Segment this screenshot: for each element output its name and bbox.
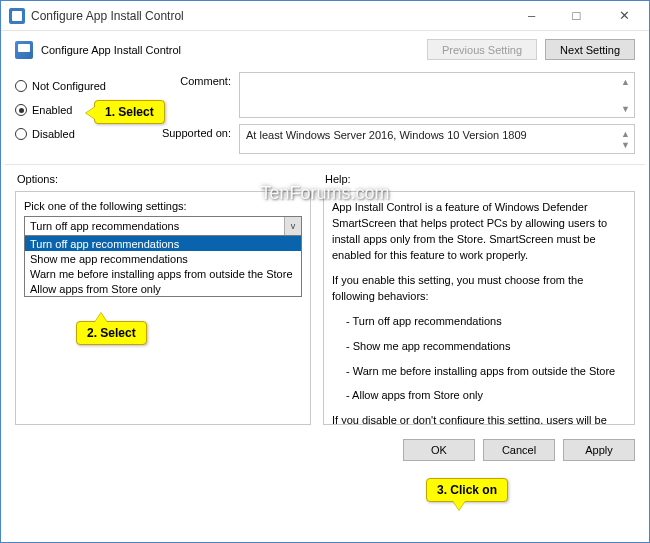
radio-icon: [15, 104, 27, 116]
options-label: Options:: [15, 173, 311, 185]
previous-setting-button: Previous Setting: [427, 39, 537, 60]
annotation-2: 2. Select: [76, 321, 147, 345]
scroll-up-icon[interactable]: ▲: [618, 74, 633, 89]
help-bullet: - Turn off app recommendations: [346, 314, 626, 330]
help-label: Help:: [323, 173, 635, 185]
options-panel: Pick one of the following settings: Turn…: [15, 191, 311, 425]
lower-section: Options: Pick one of the following setti…: [1, 165, 649, 431]
comment-label: Comment:: [149, 72, 239, 87]
help-bullet: - Allow apps from Store only: [346, 388, 626, 404]
annotation-3: 3. Click on: [426, 478, 508, 502]
options-dropdown-list: Turn off app recommendations Show me app…: [24, 236, 302, 297]
supported-on-text: At least Windows Server 2016, Windows 10…: [239, 124, 635, 154]
scroll-down-icon[interactable]: ▼: [618, 101, 633, 116]
radio-label: Not Configured: [32, 80, 106, 92]
options-prompt: Pick one of the following settings:: [24, 200, 302, 212]
titlebar-text: Configure App Install Control: [31, 9, 509, 23]
radio-icon: [15, 128, 27, 140]
dropdown-item[interactable]: Turn off app recommendations: [25, 236, 301, 251]
policy-icon: [15, 41, 33, 59]
help-bullet: - Warn me before installing apps from ou…: [346, 364, 626, 380]
options-combobox[interactable]: Turn off app recommendations v: [24, 216, 302, 236]
chevron-down-icon: v: [284, 217, 301, 235]
dropdown-item[interactable]: Warn me before installing apps from outs…: [25, 266, 301, 281]
radio-label: Disabled: [32, 128, 75, 140]
annotation-1: 1. Select: [94, 100, 165, 124]
minimize-button[interactable]: –: [509, 1, 554, 30]
policy-title: Configure App Install Control: [41, 44, 427, 56]
apply-button[interactable]: Apply: [563, 439, 635, 461]
radio-disabled[interactable]: Disabled: [15, 122, 133, 146]
help-paragraph: If you disable or don't configure this s…: [332, 413, 626, 425]
next-setting-button[interactable]: Next Setting: [545, 39, 635, 60]
help-panel: App Install Control is a feature of Wind…: [323, 191, 635, 425]
close-button[interactable]: ✕: [599, 1, 649, 30]
app-icon: [9, 8, 25, 24]
field-grid: Comment: ▲ ▼ Supported on: At least Wind…: [149, 72, 635, 154]
titlebar: Configure App Install Control – □ ✕: [1, 1, 649, 31]
ok-button[interactable]: OK: [403, 439, 475, 461]
cancel-button[interactable]: Cancel: [483, 439, 555, 461]
help-paragraph: App Install Control is a feature of Wind…: [332, 200, 626, 264]
comment-textarea[interactable]: ▲ ▼: [239, 72, 635, 118]
help-bullet: - Show me app recommendations: [346, 339, 626, 355]
header: Configure App Install Control Previous S…: [1, 31, 649, 66]
radio-icon: [15, 80, 27, 92]
radio-label: Enabled: [32, 104, 72, 116]
scroll-down-icon[interactable]: ▼: [618, 137, 633, 152]
dialog-buttons: OK Cancel Apply: [1, 431, 649, 471]
radio-not-configured[interactable]: Not Configured: [15, 74, 133, 98]
combobox-value: Turn off app recommendations: [30, 220, 179, 232]
dialog-window: Configure App Install Control – □ ✕ Conf…: [0, 0, 650, 543]
help-paragraph: If you enable this setting, you must cho…: [332, 273, 626, 305]
window-controls: – □ ✕: [509, 1, 649, 30]
dropdown-item[interactable]: Allow apps from Store only: [25, 281, 301, 296]
supported-label: Supported on:: [149, 124, 239, 139]
maximize-button[interactable]: □: [554, 1, 599, 30]
dropdown-item[interactable]: Show me app recommendations: [25, 251, 301, 266]
